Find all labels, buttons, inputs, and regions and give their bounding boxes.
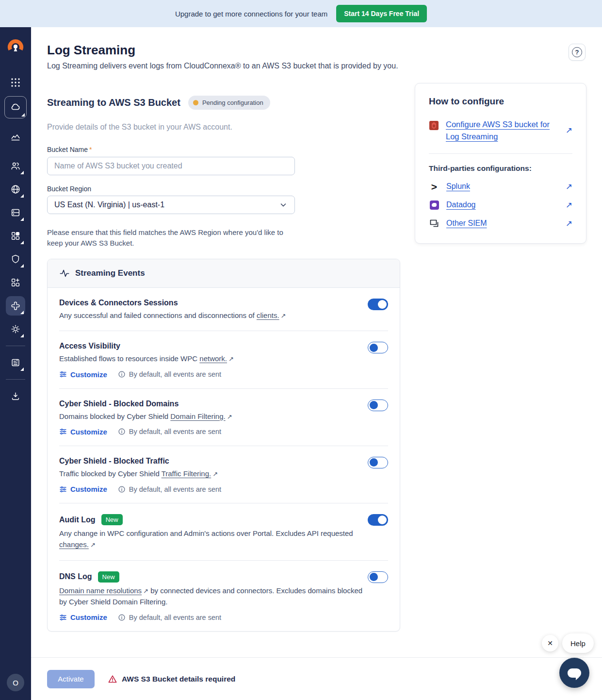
default-note: By default, all events are sent xyxy=(118,428,221,435)
toggle-blocked-traffic[interactable] xyxy=(368,457,388,468)
help-button[interactable]: ? xyxy=(569,44,586,61)
new-badge: New xyxy=(101,514,123,525)
sidebar-item-insights[interactable] xyxy=(6,127,25,147)
external-link-icon[interactable]: ↗ xyxy=(212,470,218,478)
event-row-access-visibility: Access Visibility Established flows to r… xyxy=(59,331,388,388)
event-desc-text: Traffic blocked by Cyber Shield xyxy=(59,469,162,478)
external-link-icon[interactable]: ↗ xyxy=(566,200,572,210)
external-link-icon[interactable]: ↗ xyxy=(281,312,286,319)
external-link-icon[interactable]: ↗ xyxy=(90,541,96,549)
divider xyxy=(429,153,572,154)
sidebar-item-download[interactable] xyxy=(6,386,25,406)
external-link-icon[interactable]: ↗ xyxy=(566,182,572,192)
customize-button[interactable]: Customize xyxy=(59,428,107,436)
section-title: Streaming to AWS S3 Bucket xyxy=(47,97,180,108)
event-desc-link[interactable]: network. xyxy=(199,354,227,363)
pending-dot-icon xyxy=(193,100,198,105)
event-description: Domains blocked by Cyber Shield Domain F… xyxy=(59,411,370,422)
sidebar-item-hosts[interactable] xyxy=(6,203,25,222)
streaming-events-header: Streaming Events xyxy=(48,259,400,288)
activate-button[interactable]: Activate xyxy=(47,670,95,688)
toggle-audit-log[interactable] xyxy=(368,514,388,526)
sidebar-item-services[interactable] xyxy=(6,226,25,246)
third-party-row-datadog: Datadog ↗ xyxy=(429,200,572,210)
default-note: By default, all events are sent xyxy=(118,485,221,493)
upgrade-banner-text: Upgrade to get more connections for your… xyxy=(175,10,327,18)
event-row-devices-sessions: Devices & Connectors Sessions Any succes… xyxy=(59,288,388,331)
event-desc-link[interactable]: Domain Filtering. xyxy=(170,412,225,420)
event-title: Audit Log xyxy=(59,516,96,524)
event-desc-text: Any successful and failed connections an… xyxy=(59,311,257,319)
new-badge: New xyxy=(98,571,119,583)
section-intro: Provide details of the S3 bucket in your… xyxy=(47,123,232,132)
event-desc-text: Domains blocked by Cyber Shield xyxy=(59,412,170,420)
info-icon xyxy=(118,370,126,378)
warning-triangle-icon xyxy=(108,674,117,684)
event-desc-text: Established flows to resources inside WP… xyxy=(59,354,199,363)
sidebar-item-log-streaming[interactable] xyxy=(6,296,25,316)
customize-button[interactable]: Customize xyxy=(59,370,107,379)
sidebar-item-users[interactable] xyxy=(6,156,25,176)
sidebar-item-cloud[interactable] xyxy=(4,96,27,118)
datadog-link[interactable]: Datadog xyxy=(446,200,476,209)
help-widget-close-button[interactable]: ✕ xyxy=(542,635,558,651)
info-icon xyxy=(118,614,126,621)
bucket-region-select[interactable]: US East (N. Virginia) | us-east-1 xyxy=(47,196,295,214)
default-note: By default, all events are sent xyxy=(118,614,221,621)
user-avatar[interactable]: O xyxy=(7,674,24,691)
splunk-link[interactable]: Splunk xyxy=(446,182,470,191)
customize-button[interactable]: Customize xyxy=(59,485,107,493)
apps-grid-icon[interactable] xyxy=(6,73,25,92)
sliders-icon xyxy=(59,370,67,378)
external-link-icon[interactable]: ↗ xyxy=(227,413,232,420)
toggle-access-visibility[interactable] xyxy=(368,342,388,353)
event-desc-link[interactable]: Domain name resolutions xyxy=(59,586,142,595)
how-to-configure-card: How to configure Configure AWS S3 bucket… xyxy=(415,83,586,244)
free-trial-button[interactable]: Start 14 Days Free Trial xyxy=(336,5,427,22)
upgrade-banner: Upgrade to get more connections for your… xyxy=(0,0,602,27)
external-link-icon[interactable]: ↗ xyxy=(228,355,234,363)
external-link-icon[interactable]: ↗ xyxy=(566,125,572,135)
external-link-icon[interactable]: ↗ xyxy=(566,218,572,229)
aws-configure-row: Configure AWS S3 bucket for Log Streamin… xyxy=(429,118,572,143)
external-link-icon[interactable]: ↗ xyxy=(143,587,148,595)
section-header: Streaming to AWS S3 Bucket Pending confi… xyxy=(47,96,270,110)
event-desc-link[interactable]: Traffic Filtering. xyxy=(162,469,212,478)
bucket-name-input[interactable] xyxy=(47,157,295,175)
other-siem-link[interactable]: Other SIEM xyxy=(446,219,487,228)
event-title: Cyber Shield - Blocked Traffic xyxy=(59,457,169,466)
toggle-blocked-domains[interactable] xyxy=(368,400,388,411)
event-description: Established flows to resources inside WP… xyxy=(59,353,370,364)
sidebar-divider xyxy=(6,346,25,346)
sidebar-item-logs[interactable] xyxy=(6,353,25,372)
customize-button[interactable]: Customize xyxy=(59,613,107,621)
aws-configure-link[interactable]: Configure AWS S3 bucket for Log Streamin… xyxy=(446,118,558,143)
help-widget-label[interactable]: Help xyxy=(562,633,594,653)
sidebar-item-settings[interactable] xyxy=(6,319,25,339)
info-icon xyxy=(118,428,126,435)
sidebar-item-shield[interactable] xyxy=(6,250,25,269)
toggle-devices-sessions[interactable] xyxy=(368,299,388,310)
openvpn-logo[interactable] xyxy=(7,39,24,56)
sliders-icon xyxy=(59,428,67,435)
event-desc-link[interactable]: changes. xyxy=(59,540,89,549)
sidebar-item-integrations[interactable] xyxy=(6,273,25,292)
event-desc-link[interactable]: clients. xyxy=(257,311,279,319)
toggle-dns-log[interactable] xyxy=(368,571,388,583)
event-description: Any change in WPC configuration and Admi… xyxy=(59,528,370,550)
close-icon: ✕ xyxy=(547,639,553,647)
region-help-text: Please ensure that this field matches th… xyxy=(47,227,290,249)
sidebar-item-network[interactable] xyxy=(6,180,25,199)
page-subtitle: Log Streaming delivers event logs from C… xyxy=(47,62,398,70)
default-note: By default, all events are sent xyxy=(118,370,221,378)
splunk-icon: > xyxy=(429,182,439,192)
customize-label: Customize xyxy=(70,613,107,621)
sidebar-divider xyxy=(6,379,25,380)
third-party-row-splunk: > Splunk ↗ xyxy=(429,182,572,192)
event-description: Traffic blocked by Cyber Shield Traffic … xyxy=(59,468,370,479)
event-title: Cyber Shield - Blocked Domains xyxy=(59,400,179,408)
avatar-initial: O xyxy=(13,679,18,687)
activity-icon xyxy=(59,268,70,279)
sliders-icon xyxy=(59,614,67,621)
chat-button[interactable] xyxy=(559,658,589,688)
